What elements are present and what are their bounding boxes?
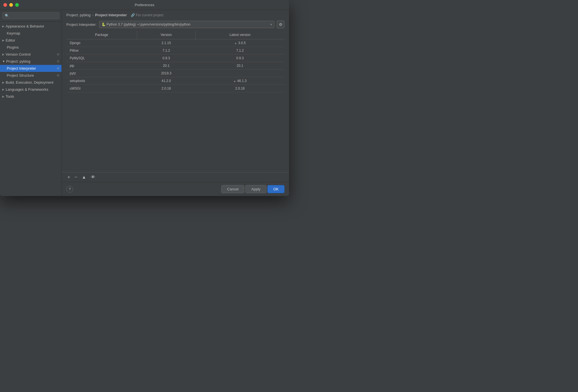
- sidebar-item-appearance[interactable]: ▶ Appearance & Behavior: [0, 23, 62, 30]
- expand-icon: ▶: [2, 25, 4, 28]
- copy-icon: ⊙: [57, 74, 59, 77]
- minimize-button[interactable]: [9, 3, 13, 7]
- interpreter-row: Project Interpreter: 🐍 Python 3.7 (pyblo…: [62, 18, 289, 31]
- table-row[interactable]: pip20.120.1: [66, 62, 285, 70]
- cell-latest: 20.1: [195, 62, 285, 70]
- cell-latest: ▲46.1.3: [195, 77, 285, 85]
- footer-left: ?: [66, 186, 73, 193]
- cell-version: 7.1.2: [137, 47, 195, 54]
- sidebar-item-label: Keymap: [7, 31, 59, 35]
- cell-package: Django: [66, 39, 137, 47]
- content-panel: Project: pyblog › Project Interpreter 🔗 …: [62, 10, 289, 196]
- table-row[interactable]: pytz2019.3: [66, 70, 285, 77]
- interpreter-select[interactable]: 🐍 Python 3.7 (pyblog) ~/.pyenv/versions/…: [99, 21, 274, 28]
- sidebar-item-label: Tools: [6, 94, 59, 99]
- table-row[interactable]: Django2.1.15▲3.0.5: [66, 39, 285, 47]
- footer-right: Cancel Apply OK: [221, 185, 285, 193]
- cancel-button[interactable]: Cancel: [221, 185, 244, 193]
- sidebar-item-label: Languages & Frameworks: [6, 87, 59, 92]
- sidebar-item-label: Project Structure: [7, 73, 56, 78]
- table-toolbar: + − ▲ 👁: [62, 172, 289, 182]
- help-button[interactable]: ?: [66, 186, 73, 193]
- search-input[interactable]: [2, 12, 59, 19]
- cell-latest: 2.0.18: [195, 85, 285, 92]
- sidebar-item-editor[interactable]: ▶ Editor: [0, 37, 62, 44]
- cell-package: pip: [66, 62, 137, 70]
- cell-version: 41.2.0: [137, 77, 195, 85]
- upgrade-arrow-icon: ▲: [233, 79, 236, 83]
- interpreter-select-wrapper: 🐍 Python 3.7 (pyblog) ~/.pyenv/versions/…: [99, 21, 274, 28]
- cell-package: setuptools: [66, 77, 137, 85]
- search-bar: [0, 10, 62, 22]
- expand-icon: ▶: [2, 88, 4, 91]
- latest-version: 3.0.5: [238, 41, 246, 45]
- sidebar-item-label: Editor: [6, 38, 59, 42]
- remove-package-button[interactable]: −: [73, 174, 78, 180]
- col-package: Package: [66, 31, 137, 39]
- sidebar-item-label: Build, Execution, Deployment: [6, 80, 59, 85]
- sidebar-nav: ▶ Appearance & Behavior Keymap ▶ Editor …: [0, 22, 62, 196]
- table-row[interactable]: uWSGI2.0.182.0.18: [66, 85, 285, 92]
- cell-latest: 0.9.3: [195, 54, 285, 62]
- table-row[interactable]: setuptools41.2.0▲46.1.3: [66, 77, 285, 85]
- breadcrumb-separator: ›: [92, 13, 93, 17]
- cell-version: 0.9.3: [137, 54, 195, 62]
- upgrade-package-button[interactable]: ▲: [81, 174, 87, 180]
- sidebar-item-project-structure[interactable]: Project Structure ⊙: [0, 72, 62, 79]
- sidebar-item-version-control[interactable]: ▶ Version Control ⊙: [0, 51, 62, 58]
- apply-button[interactable]: Apply: [245, 185, 267, 193]
- cell-version: 2.1.15: [137, 39, 195, 47]
- expand-icon: ▶: [2, 39, 4, 42]
- cell-latest: 7.1.2: [195, 47, 285, 54]
- cell-package: Pillow: [66, 47, 137, 54]
- ok-button[interactable]: OK: [267, 185, 285, 193]
- package-table: Package Version Latest version Django2.1…: [66, 31, 285, 172]
- sidebar-item-label: Plugins: [7, 45, 59, 49]
- cell-latest: ▲3.0.5: [195, 39, 285, 47]
- sidebar-item-project-pyblog[interactable]: ▼ Project: pyblog ⊙: [0, 58, 62, 65]
- window-title: Preferences: [135, 3, 154, 7]
- latest-version: 46.1.3: [237, 79, 247, 83]
- table-row[interactable]: Pillow7.1.27.1.2: [66, 47, 285, 54]
- sidebar-item-languages[interactable]: ▶ Languages & Frameworks: [0, 86, 62, 93]
- maximize-button[interactable]: [15, 3, 19, 7]
- cell-package: uWSGI: [66, 85, 137, 92]
- copy-icon: ⊙: [57, 60, 59, 63]
- expand-icon: ▶: [2, 95, 4, 98]
- expand-icon: ▶: [2, 81, 4, 84]
- for-current-label: 🔗 For current project: [131, 13, 163, 17]
- sidebar-item-keymap[interactable]: Keymap: [0, 30, 62, 37]
- col-version: Version: [137, 31, 195, 39]
- cell-version: 20.1: [137, 62, 195, 70]
- title-bar: Preferences: [0, 0, 289, 10]
- sidebar-item-plugins[interactable]: Plugins: [0, 44, 62, 51]
- cell-package: PyMySQL: [66, 54, 137, 62]
- copy-icon: ⊙: [57, 53, 59, 56]
- cell-version: 2019.3: [137, 70, 195, 77]
- sidebar-item-label: Appearance & Behavior: [6, 24, 59, 28]
- sidebar: ▶ Appearance & Behavior Keymap ▶ Editor …: [0, 10, 62, 196]
- copy-icon: ⊙: [57, 67, 59, 70]
- show-details-button[interactable]: 👁: [90, 174, 96, 180]
- cell-version: 2.0.18: [137, 85, 195, 92]
- upgrade-arrow-icon: ▲: [234, 42, 237, 45]
- cell-package: pytz: [66, 70, 137, 77]
- expand-icon: ▶: [2, 53, 4, 56]
- close-button[interactable]: [3, 3, 7, 7]
- add-package-button[interactable]: +: [66, 174, 71, 180]
- breadcrumb-current: Project Interpreter: [95, 13, 127, 17]
- cell-latest: [195, 70, 285, 77]
- expand-icon: ▼: [2, 60, 5, 63]
- gear-button[interactable]: ⚙: [277, 20, 285, 28]
- breadcrumb-project: Project: pyblog: [66, 13, 91, 17]
- for-current-text: For current project: [136, 13, 163, 17]
- window-controls: [3, 3, 19, 7]
- sidebar-item-tools[interactable]: ▶ Tools: [0, 93, 62, 100]
- link-icon: 🔗: [131, 13, 135, 17]
- sidebar-item-build-exec[interactable]: ▶ Build, Execution, Deployment: [0, 79, 62, 86]
- sidebar-item-project-interpreter[interactable]: Project Interpreter ⊙: [0, 65, 62, 72]
- footer: ? Cancel Apply OK: [62, 182, 289, 196]
- col-latest: Latest version: [195, 31, 285, 39]
- sidebar-item-label: Version Control: [6, 52, 56, 56]
- table-row[interactable]: PyMySQL0.9.30.9.3: [66, 54, 285, 62]
